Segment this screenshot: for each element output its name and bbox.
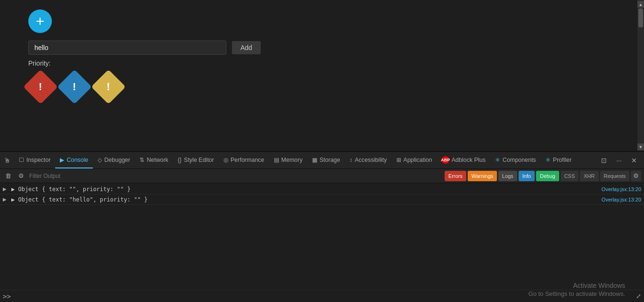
close-devtools-button[interactable]: ✕ [627, 153, 641, 168]
tab-storage-label: Storage [320, 157, 340, 163]
badge-css[interactable]: CSS [561, 171, 579, 181]
tab-style-editor-label: Style Editor [184, 157, 214, 163]
components-icon: ⚛ [495, 157, 500, 163]
console-text-2: ▶ Object { text: "hello", priority: "" } [11, 196, 602, 203]
expand-arrow-2: ▶ [3, 197, 9, 202]
badge-logs[interactable]: Logs [498, 171, 517, 181]
devtools-tabs: ☐ Inspector ▶ Console ◇ Debugger ⇅ Netwo… [14, 152, 597, 168]
memory-icon: ▤ [274, 157, 279, 163]
tab-profiler-label: Profiler [553, 157, 572, 163]
add-button[interactable]: Add [232, 41, 261, 54]
priority-medium-icon: ! [73, 81, 76, 93]
inspect-element-icon: 🖱 [4, 157, 10, 164]
priority-low-icon: ! [107, 81, 110, 93]
priority-high-icon: ! [39, 81, 42, 93]
input-row: Add [28, 41, 261, 55]
priority-label: Priority: [28, 59, 50, 67]
tab-memory-label: Memory [281, 157, 303, 163]
badge-xhr[interactable]: XHR [580, 171, 598, 181]
scroll-track [637, 8, 644, 143]
tab-storage[interactable]: ▦ Storage [307, 152, 345, 168]
adblock-icon: ABP [442, 156, 449, 164]
network-icon: ⇅ [140, 157, 144, 163]
tab-performance-label: Performance [231, 157, 264, 163]
console-settings-button[interactable]: ⚙ [631, 171, 641, 181]
profiler-icon: ⚛ [545, 157, 551, 163]
more-options-button[interactable]: ··· [612, 153, 626, 168]
responsive-design-button[interactable]: ⊡ [597, 153, 611, 168]
console-icon: ▶ [60, 157, 64, 163]
debugger-icon: ◇ [98, 157, 102, 163]
scroll-down-arrow[interactable]: ▼ [637, 143, 644, 150]
expand-arrow-1: ▶ [3, 186, 9, 192]
filter-output-input[interactable] [29, 173, 442, 179]
tab-components-label: Components [503, 157, 536, 163]
badge-errors[interactable]: Errors [445, 171, 466, 181]
plus-icon [34, 15, 46, 27]
tab-adblock[interactable]: ABP Adblock Plus [437, 152, 490, 168]
tab-application[interactable]: ⊞ Application [392, 152, 437, 168]
clear-console-button[interactable]: 🗑 [3, 171, 13, 181]
filter-toggle-button[interactable]: ⚙ [16, 171, 26, 181]
console-filter-row: 🗑 ⚙ Errors Warnings Logs Info Debug CSS … [0, 169, 644, 183]
performance-icon: ◎ [223, 157, 228, 163]
tab-network-label: Network [147, 157, 168, 163]
tab-adblock-label: Adblock Plus [452, 157, 486, 163]
style-editor-icon: {} [178, 157, 182, 163]
storage-icon: ▦ [312, 157, 317, 163]
tab-accessibility[interactable]: ↕ Accessibility [345, 152, 391, 168]
filter-badges: Errors Warnings Logs Info Debug CSS XHR … [445, 171, 641, 181]
tab-debugger[interactable]: ◇ Debugger [93, 152, 135, 168]
tab-style-editor[interactable]: {} Style Editor [173, 152, 219, 168]
tab-performance[interactable]: ◎ Performance [219, 152, 269, 168]
todo-input[interactable] [28, 41, 226, 55]
scroll-thumb[interactable] [638, 8, 643, 27]
badge-info[interactable]: Info [519, 171, 535, 181]
scroll-up-arrow[interactable]: ▲ [637, 1, 644, 8]
tab-inspector[interactable]: ☐ Inspector [14, 152, 55, 168]
priority-high[interactable]: ! [23, 69, 58, 104]
badge-warnings[interactable]: Warnings [468, 171, 497, 181]
accessibility-icon: ↕ [349, 157, 352, 163]
tab-profiler[interactable]: ⚛ Profiler [541, 152, 577, 168]
badge-requests[interactable]: Requests [600, 171, 629, 181]
app-area: ▲ ▼ Add Priority: ! ! ! [0, 0, 644, 151]
tab-network[interactable]: ⇅ Network [135, 152, 173, 168]
priority-icons: ! ! ! [28, 75, 121, 99]
priority-low[interactable]: ! [91, 69, 126, 104]
tab-memory[interactable]: ▤ Memory [269, 152, 307, 168]
tab-accessibility-label: Accessibility [355, 157, 387, 163]
console-input[interactable] [14, 293, 636, 300]
tab-inspector-label: Inspector [26, 157, 50, 163]
application-icon: ⊞ [396, 157, 401, 163]
console-input-row: >> ⤢ [0, 290, 644, 302]
console-expand-icon[interactable]: ⤢ [636, 293, 641, 300]
devtools-toolbar: 🖱 ☐ Inspector ▶ Console ◇ Debugger ⇅ Net… [0, 152, 644, 169]
console-prompt: >> [3, 293, 11, 300]
tab-debugger-label: Debugger [104, 157, 130, 163]
tab-console-label: Console [66, 157, 88, 163]
priority-medium[interactable]: ! [57, 69, 92, 104]
tab-application-label: Application [404, 157, 432, 163]
console-link-1[interactable]: Overlay.jsx:13:20 [602, 186, 641, 192]
scrollbar-right[interactable]: ▲ ▼ [637, 0, 644, 151]
tab-console[interactable]: ▶ Console [55, 152, 93, 168]
devtools-panel: 🖱 ☐ Inspector ▶ Console ◇ Debugger ⇅ Net… [0, 151, 644, 302]
console-row-2[interactable]: ▶ ▶ Object { text: "hello", priority: ""… [0, 194, 644, 205]
console-text-1: ▶ Object { text: "", priority: "" } [11, 186, 602, 193]
console-output: ▶ ▶ Object { text: "", priority: "" } Ov… [0, 183, 644, 290]
inspect-element-button[interactable]: 🖱 [0, 153, 14, 168]
tab-components[interactable]: ⚛ Components [490, 152, 541, 168]
devtools-end-buttons: ⊡ ··· ✕ [597, 153, 644, 168]
add-circle-button[interactable] [28, 9, 52, 33]
console-link-2[interactable]: Overlay.jsx:13:20 [602, 197, 641, 202]
inspector-icon: ☐ [19, 157, 24, 163]
console-row-1[interactable]: ▶ ▶ Object { text: "", priority: "" } Ov… [0, 184, 644, 194]
badge-debug[interactable]: Debug [536, 171, 559, 181]
